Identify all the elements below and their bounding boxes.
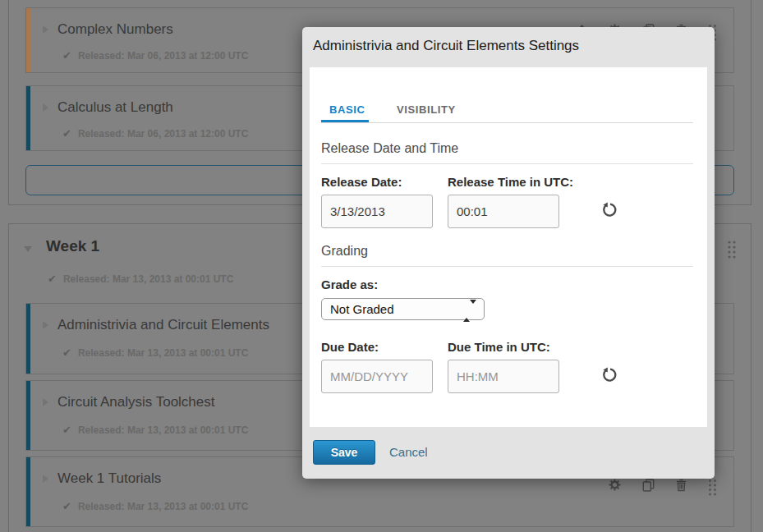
release-status: ✔Released: Mar 13, 2013 at 00:01 UTC	[62, 422, 248, 437]
release-status-text: Released: Mar 13, 2013 at 00:01 UTC	[63, 273, 233, 285]
reset-release-icon[interactable]	[601, 202, 617, 220]
section-title: Week 1	[46, 237, 99, 255]
checkmark-icon: ✔	[62, 424, 71, 436]
expand-chevron-icon[interactable]	[43, 398, 48, 406]
drag-handle[interactable]	[708, 479, 717, 496]
subsection-title: Circuit Analysis Toolchest	[57, 394, 215, 410]
reset-due-icon[interactable]	[601, 367, 617, 385]
subsection-accent-bar	[26, 457, 30, 526]
drag-handle[interactable]	[727, 240, 737, 259]
release-section-heading: Release Date and Time	[321, 141, 458, 156]
release-status-text: Released: Mar 13, 2013 at 00:01 UTC	[78, 501, 248, 512]
grade-as-select[interactable]: Not Graded	[321, 298, 485, 320]
due-date-input[interactable]	[321, 360, 433, 393]
release-time-label: Release Time in UTC:	[448, 175, 573, 189]
subsection-accent-bar	[26, 304, 30, 374]
subsection-actions	[609, 479, 717, 496]
release-status-text: Released: Mar 06, 2013 at 12:00 UTC	[78, 50, 248, 62]
save-button[interactable]: Save	[313, 440, 375, 465]
checkmark-icon: ✔	[62, 346, 71, 359]
settings-modal: Administrivia and Circuit Elements Setti…	[302, 27, 715, 479]
expand-chevron-icon[interactable]	[43, 103, 48, 112]
select-stepper-icon	[463, 304, 476, 319]
release-status: ✔Released: Mar 06, 2013 at 12:00 UTC	[62, 48, 248, 62]
grading-section-heading: Grading	[321, 244, 368, 259]
tab-basic[interactable]: BASIC	[329, 103, 365, 116]
release-date-label: Release Date:	[321, 175, 402, 189]
release-status: ✔Released: Mar 13, 2013 at 00:01 UTC	[62, 345, 248, 360]
modal-title: Administrivia and Circuit Elements Setti…	[313, 38, 579, 54]
subsection-title: Week 1 Tutorials	[57, 470, 161, 487]
divider	[321, 163, 693, 164]
checkmark-icon: ✔	[62, 127, 71, 140]
checkmark-icon: ✔	[48, 273, 57, 285]
subsection-title: Calculus at Length	[57, 99, 173, 116]
checkmark-icon: ✔	[62, 49, 71, 62]
collapse-chevron-icon[interactable]	[24, 246, 32, 252]
cancel-link[interactable]: Cancel	[389, 445, 428, 459]
tabs-divider	[321, 122, 693, 123]
release-status: ✔Released: Mar 13, 2013 at 00:01 UTC	[48, 271, 233, 286]
release-status: ✔Released: Mar 13, 2013 at 00:01 UTC	[62, 498, 248, 513]
due-time-input[interactable]	[448, 360, 559, 393]
release-date-input[interactable]	[321, 195, 433, 228]
release-status-text: Released: Mar 06, 2013 at 12:00 UTC	[78, 128, 248, 140]
subsection-title: Administrivia and Circuit Elements	[57, 317, 269, 333]
expand-chevron-icon[interactable]	[43, 25, 48, 34]
release-time-input[interactable]	[448, 195, 559, 228]
duplicate-icon[interactable]	[642, 479, 655, 492]
due-date-label: Due Date:	[321, 340, 379, 354]
subsection-accent-bar	[26, 381, 30, 450]
tab-visibility[interactable]: VISIBILITY	[397, 103, 456, 116]
subsection-title: Complex Numbers	[57, 21, 173, 38]
gear-icon[interactable]	[609, 479, 621, 491]
modal-content-panel: BASIC VISIBILITY Release Date and Time R…	[310, 67, 707, 427]
release-status: ✔Released: Mar 06, 2013 at 12:00 UTC	[62, 126, 248, 140]
checkmark-icon: ✔	[62, 500, 71, 512]
release-status-text: Released: Mar 13, 2013 at 00:01 UTC	[78, 347, 248, 359]
due-time-label: Due Time in UTC:	[448, 340, 550, 354]
expand-chevron-icon[interactable]	[43, 475, 48, 483]
grade-as-value: Not Graded	[330, 302, 394, 316]
expand-chevron-icon[interactable]	[43, 321, 48, 329]
release-status-text: Released: Mar 13, 2013 at 00:01 UTC	[78, 424, 248, 436]
divider	[321, 266, 693, 267]
subsection-accent-bar	[26, 8, 30, 72]
delete-icon[interactable]	[676, 479, 687, 492]
subsection-accent-bar	[26, 86, 30, 150]
grade-as-label: Grade as:	[321, 277, 378, 291]
